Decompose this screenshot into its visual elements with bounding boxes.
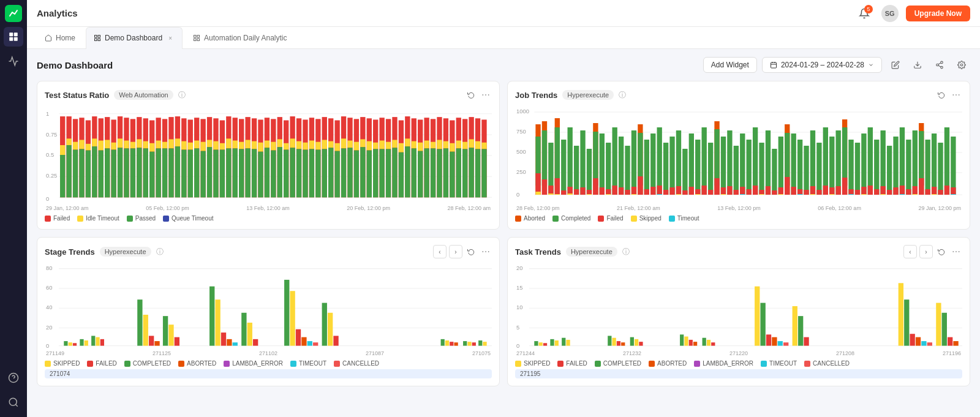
svg-rect-119 bbox=[233, 141, 238, 149]
svg-rect-74 bbox=[137, 139, 141, 148]
dashboard: Demo Dashboard Add Widget 2024-01-29 – 2… bbox=[27, 49, 980, 417]
svg-rect-409 bbox=[944, 186, 949, 195]
job-trends-refresh-button[interactable] bbox=[935, 89, 948, 101]
legend-queue-timeout: Queue Timeout bbox=[163, 215, 213, 222]
svg-rect-390 bbox=[900, 127, 905, 195]
svg-rect-84 bbox=[156, 148, 160, 197]
svg-rect-441 bbox=[227, 339, 232, 346]
svg-rect-219 bbox=[443, 148, 448, 197]
sidebar-item-analytics[interactable] bbox=[4, 27, 23, 47]
svg-rect-396 bbox=[913, 186, 918, 195]
test-status-refresh-button[interactable] bbox=[465, 89, 477, 101]
tab-close-button[interactable]: × bbox=[166, 34, 175, 42]
svg-rect-206 bbox=[418, 143, 423, 151]
svg-rect-509 bbox=[927, 342, 932, 345]
tabs-bar: Home Demo Dashboard × Automation Daily A… bbox=[27, 27, 980, 49]
svg-rect-382 bbox=[874, 189, 879, 195]
svg-rect-161 bbox=[322, 140, 327, 149]
task-trends-more-button[interactable]: ⋯ bbox=[950, 246, 962, 258]
task-trends-prev-button[interactable]: ‹ bbox=[903, 245, 917, 258]
stage-trends-prev-button[interactable]: ‹ bbox=[433, 245, 447, 258]
svg-rect-53 bbox=[92, 138, 97, 146]
st-legend-aborted-dot bbox=[178, 361, 184, 367]
stage-trends-next-button[interactable]: › bbox=[449, 245, 462, 258]
st-legend-completed-label: COMPLETED bbox=[133, 360, 171, 367]
tab-demo-dashboard[interactable]: Demo Dashboard × bbox=[86, 27, 183, 49]
tab-automation-daily[interactable]: Automation Daily Analytic bbox=[185, 27, 295, 49]
svg-rect-11 bbox=[98, 39, 100, 41]
stage-trends-more-button[interactable]: ⋯ bbox=[480, 246, 492, 258]
svg-rect-377 bbox=[861, 187, 866, 195]
sidebar-item-grid[interactable] bbox=[4, 51, 23, 71]
svg-rect-438 bbox=[209, 287, 214, 346]
task-trends-next-button[interactable]: › bbox=[919, 245, 933, 258]
test-status-more-button[interactable]: ⋯ bbox=[480, 89, 492, 101]
edit-button[interactable] bbox=[887, 56, 904, 73]
svg-rect-330 bbox=[740, 187, 745, 195]
svg-rect-434 bbox=[154, 341, 159, 346]
tab-home[interactable]: Home bbox=[37, 27, 83, 49]
sidebar-item-search[interactable] bbox=[4, 393, 23, 412]
st-x-label-2: 271125 bbox=[153, 350, 171, 356]
share-button[interactable] bbox=[931, 56, 948, 73]
svg-rect-320 bbox=[714, 129, 719, 186]
st-legend-aborted: ABORTED bbox=[178, 360, 216, 367]
svg-rect-497 bbox=[766, 334, 771, 345]
svg-rect-372 bbox=[848, 189, 853, 195]
svg-rect-122 bbox=[239, 142, 244, 149]
svg-rect-162 bbox=[322, 149, 327, 197]
svg-rect-137 bbox=[271, 142, 276, 151]
svg-rect-262 bbox=[561, 140, 566, 195]
svg-rect-340 bbox=[766, 186, 771, 195]
legend-skipped-dot bbox=[631, 216, 637, 222]
st-legend-timeout: TIMEOUT bbox=[290, 360, 326, 367]
tt-legend-lambda-dot bbox=[694, 361, 700, 367]
svg-rect-505 bbox=[904, 299, 909, 345]
svg-rect-380 bbox=[868, 186, 873, 195]
test-status-info-icon[interactable]: ⓘ bbox=[178, 90, 186, 100]
svg-rect-227 bbox=[462, 142, 467, 149]
task-trends-refresh-button[interactable] bbox=[935, 246, 948, 258]
stage-trends-info-icon[interactable]: ⓘ bbox=[156, 247, 164, 257]
tab-demo-dashboard-label: Demo Dashboard bbox=[105, 34, 162, 42]
svg-rect-237 bbox=[481, 149, 486, 197]
svg-rect-65 bbox=[118, 138, 123, 148]
svg-rect-188 bbox=[379, 141, 384, 149]
svg-rect-295 bbox=[644, 189, 649, 195]
svg-rect-493 bbox=[707, 340, 710, 346]
svg-rect-278 bbox=[600, 187, 605, 195]
x-label-2: 05 Feb, 12:00 pm bbox=[146, 205, 189, 211]
sidebar bbox=[0, 0, 27, 417]
sidebar-item-help[interactable] bbox=[4, 368, 23, 388]
svg-text:500: 500 bbox=[516, 149, 526, 155]
svg-rect-81 bbox=[149, 152, 154, 198]
legend-idle-timeout: Idle Timeout bbox=[77, 215, 119, 222]
date-picker[interactable]: 2024-01-29 – 2024-02-28 bbox=[762, 57, 882, 73]
legend-timeout-label: Timeout bbox=[677, 215, 699, 222]
job-trends-info-icon[interactable]: ⓘ bbox=[619, 90, 626, 100]
task-trends-info-icon[interactable]: ⓘ bbox=[622, 247, 630, 257]
st-legend-failed-label: FAILED bbox=[96, 360, 116, 367]
svg-rect-149 bbox=[296, 141, 301, 149]
svg-rect-120 bbox=[233, 148, 238, 197]
settings-button[interactable] bbox=[953, 56, 970, 73]
add-widget-button[interactable]: Add Widget bbox=[703, 57, 757, 73]
download-button[interactable] bbox=[909, 56, 926, 73]
notification-button[interactable]: 5 bbox=[854, 4, 874, 23]
svg-rect-57 bbox=[99, 151, 104, 198]
st-legend-failed-dot bbox=[87, 361, 93, 367]
svg-rect-269 bbox=[580, 130, 585, 195]
tt-legend-failed: FAILED bbox=[557, 360, 587, 367]
stage-trends-refresh-button[interactable] bbox=[465, 246, 477, 258]
svg-rect-152 bbox=[303, 143, 307, 150]
svg-rect-268 bbox=[574, 189, 579, 195]
svg-rect-266 bbox=[568, 193, 573, 195]
svg-rect-200 bbox=[405, 138, 410, 146]
svg-rect-352 bbox=[797, 189, 802, 195]
notification-count: 5 bbox=[864, 5, 873, 13]
tt-legend-aborted-dot bbox=[649, 361, 655, 367]
upgrade-button[interactable]: Upgrade Now bbox=[906, 6, 970, 21]
tt-legend-timeout-dot bbox=[761, 361, 767, 367]
svg-rect-424 bbox=[69, 342, 72, 345]
job-trends-more-button[interactable]: ⋯ bbox=[950, 89, 962, 101]
